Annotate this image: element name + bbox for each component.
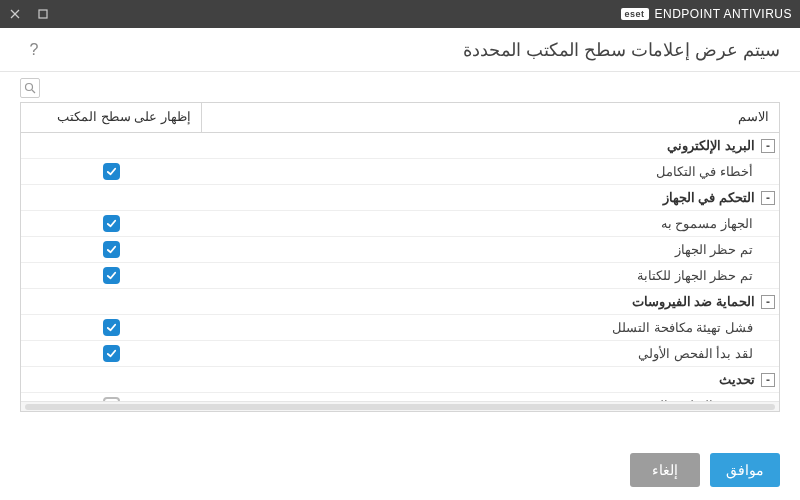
show-checkbox[interactable] xyxy=(103,215,120,232)
brand-name: ENDPOINT ANTIVIRUS xyxy=(655,7,792,21)
table-row: تحديث التطبيق الجديد متوفر xyxy=(21,393,779,401)
dialog-footer: إلغاء موافق xyxy=(0,440,800,500)
show-checkbox[interactable] xyxy=(103,267,120,284)
group-label: تحديث xyxy=(719,372,755,387)
group-label: الحماية ضد الفيروسات xyxy=(632,294,755,309)
column-name-header[interactable]: الاسم xyxy=(201,103,779,132)
table-row: تم حظر الجهاز للكتابة xyxy=(21,263,779,289)
dialog-header: سيتم عرض إعلامات سطح المكتب المحددة ? xyxy=(0,28,800,72)
collapse-icon[interactable]: - xyxy=(761,139,775,153)
app-brand: eset ENDPOINT ANTIVIRUS xyxy=(621,7,792,21)
item-name: تم حظر الجهاز xyxy=(201,242,779,257)
item-name: فشل تهيئة مكافحة التسلل xyxy=(201,320,779,335)
maximize-icon[interactable] xyxy=(36,7,50,21)
column-show-header[interactable]: إظهار على سطح المكتب xyxy=(21,103,201,132)
table-header: الاسم إظهار على سطح المكتب xyxy=(21,103,779,133)
table-row: فشل تهيئة مكافحة التسلل xyxy=(21,315,779,341)
table-row: أخطاء في التكامل xyxy=(21,159,779,185)
show-checkbox[interactable] xyxy=(103,241,120,258)
item-name: أخطاء في التكامل xyxy=(201,164,779,179)
group-row[interactable]: -تحديث xyxy=(21,367,779,393)
group-label: البريد الإلكتروني xyxy=(667,138,755,153)
collapse-icon[interactable]: - xyxy=(761,191,775,205)
item-name: تم حظر الجهاز للكتابة xyxy=(201,268,779,283)
table-body[interactable]: -البريد الإلكترونيأخطاء في التكامل-التحك… xyxy=(21,133,779,401)
show-checkbox[interactable] xyxy=(103,345,120,362)
horizontal-scrollbar[interactable] xyxy=(21,401,779,411)
titlebar: eset ENDPOINT ANTIVIRUS xyxy=(0,0,800,28)
brand-badge: eset xyxy=(621,8,649,20)
table-row: الجهاز مسموح به xyxy=(21,211,779,237)
group-label: التحكم في الجهاز xyxy=(663,190,755,205)
group-row[interactable]: -التحكم في الجهاز xyxy=(21,185,779,211)
svg-line-4 xyxy=(32,90,35,93)
table-row: تم حظر الجهاز xyxy=(21,237,779,263)
show-checkbox[interactable] xyxy=(103,163,120,180)
help-icon[interactable]: ? xyxy=(24,40,44,60)
ok-button[interactable]: موافق xyxy=(710,453,780,487)
item-name: لقد بدأ الفحص الأولي xyxy=(201,346,779,361)
table-row: لقد بدأ الفحص الأولي xyxy=(21,341,779,367)
close-icon[interactable] xyxy=(8,7,22,21)
page-title: سيتم عرض إعلامات سطح المكتب المحددة xyxy=(463,39,780,61)
collapse-icon[interactable]: - xyxy=(761,373,775,387)
svg-rect-2 xyxy=(39,10,47,18)
group-row[interactable]: -الحماية ضد الفيروسات xyxy=(21,289,779,315)
item-name: الجهاز مسموح به xyxy=(201,216,779,231)
cancel-button[interactable]: إلغاء xyxy=(630,453,700,487)
notifications-table: الاسم إظهار على سطح المكتب -البريد الإلك… xyxy=(20,102,780,412)
collapse-icon[interactable]: - xyxy=(761,295,775,309)
show-checkbox[interactable] xyxy=(103,319,120,336)
search-button[interactable] xyxy=(20,78,40,98)
group-row[interactable]: -البريد الإلكتروني xyxy=(21,133,779,159)
svg-point-3 xyxy=(26,84,33,91)
